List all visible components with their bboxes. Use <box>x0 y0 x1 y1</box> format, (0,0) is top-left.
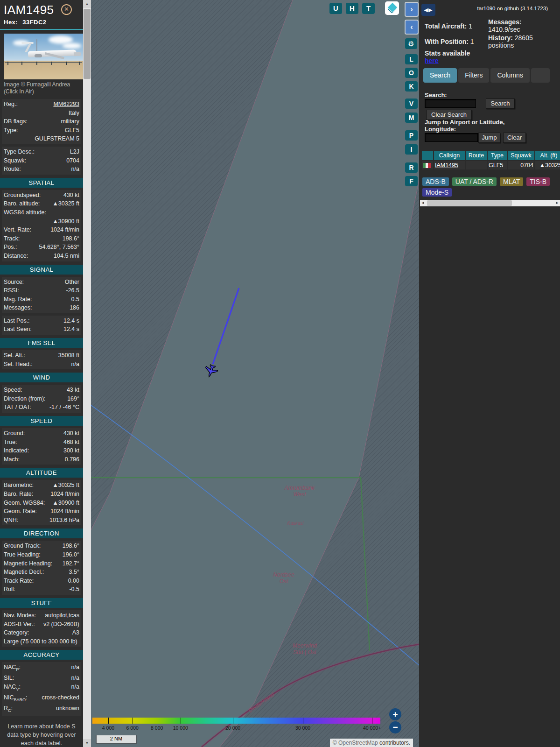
map-button-T[interactable]: T <box>362 3 375 14</box>
map-canvas[interactable]: Amrumbank WestKaskasiNordsee OstMeerwind… <box>91 0 419 747</box>
photo-post <box>7 62 8 65</box>
jump-input[interactable] <box>425 133 478 142</box>
detail-row: Ground Track:198.6° <box>4 542 79 550</box>
map-button-K[interactable]: K <box>405 81 418 92</box>
legend-tick <box>108 718 109 724</box>
windfarm-boundary <box>91 478 370 651</box>
detail-row: Geom. Rate:1024 ft/min <box>4 507 79 516</box>
map-button-U[interactable]: U <box>329 3 342 14</box>
detail-row: Last Seen:12.4 s <box>4 325 79 334</box>
table-cell[interactable] <box>422 161 433 169</box>
detail-row: Type Desc.:L2J <box>4 148 79 156</box>
column-header-Alt. (ft)[interactable]: Alt. (ft) <box>535 151 560 160</box>
badge-mode-s[interactable]: Mode-S <box>422 188 452 197</box>
detail-value: n/a <box>71 663 79 674</box>
map-button-P[interactable]: P <box>405 130 418 141</box>
detail-group: Ground Track:198.6°True Heading:196.0°Ma… <box>2 541 81 595</box>
layers-button[interactable] <box>385 1 399 15</box>
table-cell[interactable]: 0704 <box>508 161 534 169</box>
column-header-Type[interactable]: Type <box>488 151 507 160</box>
table-cell[interactable]: ▲30325 <box>535 161 560 169</box>
detail-label: DB flags: <box>4 117 28 126</box>
detail-row: Pos.:54.628°, 7.563° <box>4 243 79 252</box>
detail-value: 104.5 nmi <box>54 252 79 261</box>
badge-ads-b[interactable]: ADS-B <box>422 177 449 186</box>
search-button[interactable]: Search <box>486 99 515 109</box>
close-icon[interactable]: ✕ <box>61 4 72 15</box>
settings-button[interactable]: ⚙ <box>405 38 417 49</box>
detail-row: Route:n/a <box>4 165 79 174</box>
zoom-out-button[interactable]: − <box>389 721 401 733</box>
detail-row: ▲30900 ft <box>4 217 79 226</box>
section-header-direction: DIRECTION <box>0 529 83 538</box>
detail-label: True Heading: <box>4 550 41 559</box>
detail-row: Mach:0.796 <box>4 455 79 464</box>
detail-row: Baro. altitude:▲30325 ft <box>4 199 79 208</box>
sidebar-scrollbar[interactable]: ▲ ▼ <box>83 0 91 747</box>
map-button-R[interactable]: R <box>405 162 418 173</box>
expand-right-button[interactable]: › <box>405 2 419 17</box>
aircraft-photo[interactable] <box>4 34 83 79</box>
clear-button[interactable]: Clear <box>503 133 526 143</box>
map-button-H[interactable]: H <box>346 3 358 14</box>
detail-row: Magnetic Decl.:3.5° <box>4 568 79 577</box>
detail-row: Speed:43 kt <box>4 386 79 395</box>
badge-tis-b[interactable]: TIS-B <box>526 177 550 186</box>
table-horizontal-scrollbar[interactable]: ◄ ► <box>420 200 560 206</box>
scrollbar-thumb[interactable] <box>84 9 91 79</box>
map-button-M[interactable]: M <box>405 113 418 123</box>
zoom-in-button[interactable]: + <box>389 708 401 720</box>
map-button-F[interactable]: F <box>405 176 418 186</box>
registration-link[interactable]: MM62293 <box>53 100 79 109</box>
detail-label: Type Desc.: <box>4 148 35 156</box>
detail-label: Groundspeed: <box>4 191 41 200</box>
detail-row: Source:Other <box>4 278 79 287</box>
table-row[interactable]: IAM1495GLF50704▲30325 <box>422 161 560 169</box>
scrollbar-thumb[interactable] <box>427 200 512 206</box>
route-line <box>91 405 419 665</box>
jump-button[interactable]: Jump <box>478 133 500 143</box>
search-input[interactable] <box>425 99 476 108</box>
map-button-L[interactable]: L <box>405 54 418 64</box>
map-label: Amrumbank West <box>285 485 315 498</box>
column-header-flag[interactable] <box>422 151 433 160</box>
github-link[interactable]: tar1090 on github (3.14.1723) <box>477 6 548 11</box>
aircraft-list-panel: ◀▶ tar1090 on github (3.14.1723) Total A… <box>419 0 560 747</box>
detail-label: SIL: <box>4 674 14 683</box>
detail-value: 43 kt <box>67 386 79 395</box>
legend-tick <box>157 718 157 724</box>
map-button-O[interactable]: O <box>405 68 418 78</box>
legend-tick-label: 4 000 <box>102 725 114 731</box>
legend-tick-label: 6 000 <box>126 725 139 731</box>
detail-row: Geom. WGS84:▲30900 ft <box>4 499 79 507</box>
table-cell[interactable] <box>466 161 487 169</box>
detail-row: Direction (from):169° <box>4 395 79 403</box>
osm-link[interactable]: © OpenStreetMap <box>333 740 378 746</box>
column-header-Squawk[interactable]: Squawk <box>508 151 534 160</box>
scroll-right-icon[interactable]: ► <box>554 200 560 206</box>
table-cell[interactable]: IAM1495 <box>434 161 465 169</box>
column-header-Callsign[interactable]: Callsign <box>434 151 465 160</box>
badge-uat-ads-r[interactable]: UAT / ADS-R <box>452 177 497 186</box>
callsign-link[interactable]: IAM1495 <box>435 162 458 169</box>
collapse-left-button[interactable]: ‹ <box>405 20 419 35</box>
left-right-arrows-icon: ◀▶ <box>424 7 433 13</box>
photo-caption: Image © Fumagalli Andrea (Click In Air) <box>4 81 79 95</box>
badge-mlat[interactable]: MLAT <box>500 177 523 186</box>
tab-columns[interactable]: Columns <box>490 68 529 83</box>
scroll-down-icon[interactable]: ▼ <box>83 739 91 747</box>
panel-toggle-button[interactable]: ◀▶ <box>421 4 435 16</box>
map-button-V[interactable]: V <box>405 99 418 109</box>
scroll-up-icon[interactable]: ▲ <box>83 0 91 8</box>
detail-label: Reg.: <box>4 100 18 109</box>
table-cell[interactable]: GLF5 <box>488 161 507 169</box>
map-button-I[interactable]: I <box>405 144 418 155</box>
scroll-left-icon[interactable]: ◄ <box>420 200 426 206</box>
tab-filters[interactable]: Filters <box>458 68 489 83</box>
tab-search[interactable]: Search <box>423 68 457 83</box>
column-header-Route[interactable]: Route <box>466 151 487 160</box>
stats-here-link[interactable]: here <box>425 57 439 64</box>
border-arc <box>202 644 419 747</box>
panel-tabs: SearchFiltersColumns <box>423 68 550 83</box>
detail-row: SIL:n/a <box>4 674 79 683</box>
